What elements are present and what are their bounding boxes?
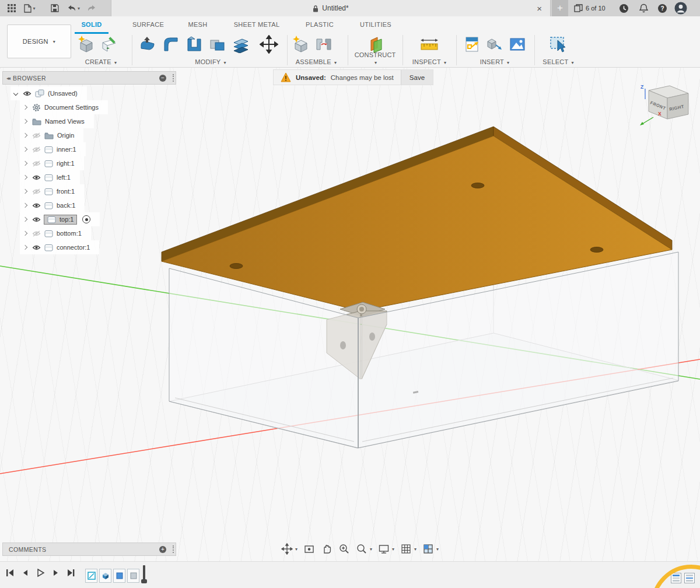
visibility-eye-icon[interactable] — [32, 244, 41, 251]
tab-solid[interactable]: SOLID — [75, 16, 108, 34]
expand-chevron-icon[interactable] — [23, 161, 27, 166]
insert-derive-icon[interactable] — [485, 34, 504, 55]
pan-icon[interactable]: ▾ — [281, 543, 298, 555]
browser-item-label[interactable]: back:1 — [57, 202, 75, 209]
visibility-eye-off-icon[interactable] — [32, 160, 41, 167]
measure-icon[interactable] — [419, 34, 439, 55]
press-pull-icon[interactable] — [138, 34, 158, 55]
offset-face-icon[interactable] — [231, 34, 251, 55]
new-body-icon[interactable] — [76, 34, 96, 55]
redo-icon[interactable] — [85, 0, 98, 16]
expand-chevron-icon[interactable] — [23, 147, 27, 152]
mini-browser-icon[interactable] — [671, 573, 681, 583]
expand-comments-icon[interactable]: + — [159, 546, 166, 553]
insert-dropdown[interactable]: INSERT ▾ — [462, 58, 527, 65]
construct-dropdown[interactable]: CONSTRUCT ▾ — [352, 51, 398, 65]
visibility-eye-icon[interactable] — [32, 216, 41, 223]
browser-item-bottom-1[interactable]: bottom:1 — [20, 226, 91, 240]
play-icon[interactable] — [35, 568, 46, 578]
workspace-selector[interactable]: DESIGN ▾ — [7, 24, 71, 58]
create-sketch-icon[interactable] — [99, 34, 119, 55]
timeline-extrude-feature[interactable] — [99, 569, 111, 583]
browser-item-label[interactable]: right:1 — [57, 160, 75, 167]
browser-item-back-1[interactable]: back:1 — [20, 198, 85, 212]
look-at-icon[interactable] — [303, 543, 315, 555]
browser-item-named-views[interactable]: Named Views — [20, 114, 94, 128]
mini-palette-icon[interactable] — [684, 573, 695, 583]
notifications-bell-icon[interactable] — [637, 0, 650, 16]
expand-chevron-icon[interactable] — [23, 189, 27, 194]
browser-item-inner-1[interactable]: inner:1 — [20, 142, 86, 156]
tab-mesh[interactable]: MESH — [182, 16, 214, 32]
visibility-eye-off-icon[interactable] — [32, 132, 41, 139]
skip-to-end-icon[interactable] — [65, 568, 76, 578]
browser-item-left-1[interactable]: left:1 — [20, 170, 80, 184]
save-icon[interactable] — [48, 0, 62, 16]
browser-item-front-1[interactable]: front:1 — [20, 184, 84, 198]
browser-item-label[interactable]: bottom:1 — [57, 230, 82, 237]
insert-svg-icon[interactable] — [462, 34, 481, 55]
selected-item-highlight[interactable]: top:1 — [44, 215, 76, 224]
browser-item-connector-1[interactable]: connector:1 — [20, 240, 99, 254]
tab-sheet-metal[interactable]: SHEET METAL — [228, 16, 286, 32]
insert-canvas-icon[interactable] — [508, 34, 527, 55]
browser-item-unsaved[interactable]: (Unsaved) — [10, 86, 87, 100]
expand-chevron-icon[interactable] — [23, 217, 27, 222]
tab-surface[interactable]: SURFACE — [126, 16, 170, 32]
new-component-icon[interactable] — [290, 34, 310, 55]
browser-item-label[interactable]: Document Settings — [44, 104, 99, 111]
browser-item-label[interactable]: front:1 — [57, 188, 75, 195]
assemble-dropdown[interactable]: ASSEMBLE ▾ — [290, 58, 342, 65]
help-icon[interactable]: ? — [656, 0, 668, 16]
tab-plastic[interactable]: PLASTIC — [299, 16, 341, 32]
grid-snap-icon[interactable]: ▾ — [400, 543, 416, 555]
undo-icon[interactable]: ▾ — [65, 0, 82, 16]
panel-grip[interactable] — [173, 545, 174, 553]
browser-item-label[interactable]: (Unsaved) — [48, 90, 78, 97]
timeline-component-feature[interactable] — [113, 569, 125, 583]
expand-chevron-icon[interactable] — [23, 231, 27, 236]
viewcube[interactable]: FRONT RIGHT Z X — [633, 79, 697, 134]
file-menu-icon[interactable]: ▾ — [22, 0, 37, 16]
expand-chevron-icon[interactable] — [23, 203, 27, 208]
browser-item-right-1[interactable]: right:1 — [20, 156, 84, 170]
visibility-eye-icon[interactable] — [32, 202, 41, 209]
step-forward-icon[interactable] — [51, 568, 60, 578]
joint-icon[interactable] — [314, 34, 334, 55]
visibility-eye-off-icon[interactable] — [32, 230, 41, 237]
browser-item-label[interactable]: Origin — [57, 132, 74, 139]
timeline-joint-feature[interactable] — [127, 569, 139, 583]
browser-item-document-settings[interactable]: Document Settings — [20, 100, 108, 114]
expand-chevron-icon[interactable] — [23, 105, 27, 110]
expand-chevron-icon[interactable] — [13, 91, 18, 96]
move-copy-icon[interactable] — [259, 34, 279, 55]
create-dropdown[interactable]: CREATE ▾ — [76, 58, 126, 65]
browser-item-origin[interactable]: Origin — [20, 128, 83, 142]
apps-grid-icon[interactable] — [5, 0, 19, 16]
activate-component-radio[interactable] — [82, 215, 90, 223]
session-indicator[interactable]: 6 of 10 — [574, 0, 606, 16]
skip-to-start-icon[interactable] — [5, 568, 15, 578]
step-back-icon[interactable] — [20, 568, 30, 578]
expand-chevron-icon[interactable] — [23, 245, 27, 250]
close-tab-icon[interactable]: × — [537, 0, 542, 16]
panel-grip[interactable] — [173, 74, 174, 82]
user-avatar[interactable] — [672, 0, 690, 16]
zoom-fit-icon[interactable]: ▾ — [356, 543, 372, 555]
zoom-window-icon[interactable] — [338, 543, 350, 555]
hand-orbit-icon[interactable] — [321, 543, 332, 555]
browser-item-top-1[interactable]: top:1 — [20, 212, 100, 226]
job-status-clock-icon[interactable] — [617, 0, 630, 16]
browser-item-label[interactable]: connector:1 — [57, 244, 90, 251]
visibility-eye-icon[interactable] — [32, 174, 41, 181]
expand-chevron-icon[interactable] — [23, 119, 27, 124]
select-dropdown[interactable]: SELECT ▾ — [540, 58, 576, 65]
document-tab[interactable]: Untitled* × — [111, 0, 551, 16]
browser-header[interactable]: ◂◂ BROWSER − — [2, 71, 176, 85]
visibility-eye-off-icon[interactable] — [32, 146, 41, 153]
modify-dropdown[interactable]: MODIFY ▾ — [138, 58, 284, 65]
fillet-icon[interactable] — [161, 34, 181, 55]
visibility-eye-off-icon[interactable] — [32, 188, 41, 195]
viewports-icon[interactable]: ▾ — [422, 543, 439, 555]
tab-utilities[interactable]: UTILITIES — [354, 16, 398, 32]
